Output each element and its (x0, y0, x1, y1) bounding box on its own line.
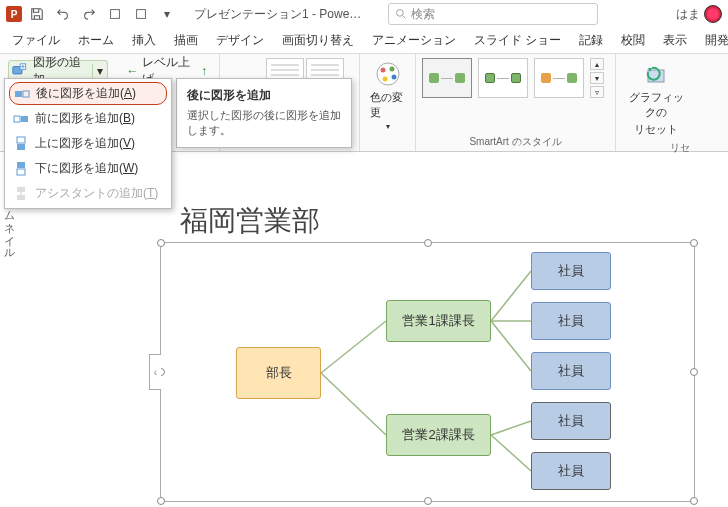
slide-canvas[interactable]: 福岡営業部 ‹ 部長 営業1課課長 営業2課課長 社員 社員 社員 社員 社員 (30, 160, 726, 507)
svg-rect-15 (17, 195, 25, 200)
search-box[interactable]: 検索 (388, 3, 598, 25)
tab-view[interactable]: 表示 (655, 28, 695, 53)
reset-icon (642, 60, 670, 88)
tab-draw[interactable]: 描画 (166, 28, 206, 53)
svg-point-19 (389, 67, 394, 72)
save-button[interactable] (26, 3, 48, 25)
svg-rect-8 (21, 116, 28, 122)
reset-label-2: リセット (634, 122, 678, 137)
ribbon-tabs: ファイル ホーム 挿入 描画 デザイン 画面切り替え アニメーション スライド … (0, 28, 728, 54)
svg-line-29 (491, 435, 531, 471)
svg-line-25 (491, 271, 531, 321)
svg-rect-0 (111, 10, 120, 19)
change-colors-label: 色の変更 (370, 90, 405, 120)
reset-graphic-button[interactable]: グラフィックの リセット (622, 58, 690, 139)
svg-point-21 (382, 77, 387, 82)
smartart-node-branch-1[interactable]: 営業1課課長 (386, 300, 491, 342)
smartart-node-leaf[interactable]: 社員 (531, 302, 611, 340)
svg-line-28 (491, 421, 531, 435)
ribbon-group-smartart-styles: — — — ▴ ▾ ▿ SmartArt のスタイル (416, 54, 616, 151)
qat-button-1[interactable] (104, 3, 126, 25)
qat-button-2[interactable] (130, 3, 152, 25)
svg-line-24 (321, 373, 386, 435)
user-avatar-icon (704, 5, 722, 23)
tab-developer[interactable]: 開発 (697, 28, 728, 53)
svg-point-17 (377, 63, 399, 85)
svg-rect-6 (15, 91, 22, 97)
add-assistant-icon (13, 186, 29, 202)
svg-rect-12 (17, 162, 25, 168)
tab-animations[interactable]: アニメーション (364, 28, 464, 53)
svg-rect-14 (17, 187, 25, 192)
redo-button[interactable] (78, 3, 100, 25)
svg-rect-1 (137, 10, 146, 19)
svg-line-27 (491, 321, 531, 371)
svg-line-3 (403, 16, 406, 19)
palette-icon (374, 60, 402, 88)
svg-point-2 (397, 10, 404, 17)
ribbon-group-reset: グラフィックの リセット リセ (616, 54, 696, 151)
svg-rect-10 (17, 144, 25, 150)
smartart-styles-gallery[interactable]: — — — ▴ ▾ ▿ (422, 58, 604, 98)
svg-point-18 (380, 68, 385, 73)
chevron-down-icon: ▾ (386, 122, 390, 131)
svg-rect-9 (14, 116, 20, 122)
tab-slideshow[interactable]: スライド ショー (466, 28, 569, 53)
ribbon-body: 図形の追加 ▾ ← レベル上げ ↑ 後に図形を追加(A) 前に図形を追加(B) … (0, 54, 728, 152)
style-thumb[interactable]: — (534, 58, 584, 98)
gallery-scroll[interactable]: ▴ ▾ ▿ (590, 58, 604, 98)
svg-rect-7 (23, 91, 29, 97)
reset-group-label: リセ (622, 139, 690, 155)
svg-line-23 (321, 321, 386, 373)
style-thumb[interactable]: — (422, 58, 472, 98)
undo-button[interactable] (52, 3, 74, 25)
smartart-node-leaf-selected[interactable]: 社員 (531, 452, 611, 490)
menu-add-shape-after[interactable]: 後に図形を追加(A) (9, 82, 167, 105)
powerpoint-app-icon: P (6, 6, 22, 22)
add-shape-dropdown: 後に図形を追加(A) 前に図形を追加(B) 上に図形を追加(V) 下に図形を追加… (4, 78, 172, 209)
add-below-icon (13, 161, 29, 177)
tooltip-add-shape-after: 後に図形を追加 選択した図形の後に図形を追加します。 (176, 78, 352, 148)
document-title: プレゼンテーション1 - Power… (194, 6, 364, 23)
user-account[interactable]: はま (676, 5, 722, 23)
smartart-container[interactable]: ‹ 部長 営業1課課長 営業2課課長 社員 社員 社員 社員 社員 (160, 242, 695, 502)
tab-file[interactable]: ファイル (4, 28, 68, 53)
add-after-icon (14, 86, 30, 102)
change-colors-button[interactable]: 色の変更 ▾ (366, 58, 409, 133)
tooltip-title: 後に図形を追加 (187, 87, 341, 104)
add-shape-caret-icon[interactable]: ▾ (92, 64, 107, 78)
smartart-node-leaf-selected[interactable]: 社員 (531, 402, 611, 440)
ribbon-group-create-graphic: 図形の追加 ▾ ← レベル上げ ↑ 後に図形を追加(A) 前に図形を追加(B) … (0, 54, 220, 151)
menu-add-shape-above[interactable]: 上に図形を追加(V) (5, 131, 171, 156)
tooltip-body: 選択した図形の後に図形を追加します。 (187, 108, 341, 139)
style-thumb[interactable]: — (478, 58, 528, 98)
slide-title[interactable]: 福岡営業部 (180, 202, 726, 240)
text-pane-toggle[interactable]: ‹ (149, 354, 161, 390)
add-before-icon (13, 111, 29, 127)
tab-design[interactable]: デザイン (208, 28, 272, 53)
smartart-node-root[interactable]: 部長 (236, 347, 321, 399)
tab-transitions[interactable]: 画面切り替え (274, 28, 362, 53)
tab-review[interactable]: 校閲 (613, 28, 653, 53)
reset-label-1: グラフィックの (628, 90, 684, 120)
menu-add-shape-below[interactable]: 下に図形を追加(W) (5, 156, 171, 181)
ribbon-group-change-colors: 色の変更 ▾ (360, 54, 416, 151)
search-icon (395, 8, 407, 20)
search-placeholder: 検索 (411, 6, 435, 23)
smartart-styles-group-label: SmartArt のスタイル (422, 133, 609, 149)
svg-rect-13 (17, 169, 25, 175)
tab-record[interactable]: 記録 (571, 28, 611, 53)
smartart-node-branch-2[interactable]: 営業2課課長 (386, 414, 491, 456)
add-above-icon (13, 136, 29, 152)
svg-point-20 (391, 75, 396, 80)
tab-home[interactable]: ホーム (70, 28, 122, 53)
menu-add-assistant: アシスタントの追加(T) (5, 181, 171, 206)
qat-more-button[interactable]: ▾ (156, 3, 178, 25)
tab-insert[interactable]: 挿入 (124, 28, 164, 53)
menu-add-shape-before[interactable]: 前に図形を追加(B) (5, 106, 171, 131)
arrow-left-icon: ← (126, 64, 138, 78)
user-name: はま (676, 6, 700, 23)
svg-rect-11 (17, 137, 25, 143)
smartart-node-leaf[interactable]: 社員 (531, 252, 611, 290)
smartart-node-leaf[interactable]: 社員 (531, 352, 611, 390)
